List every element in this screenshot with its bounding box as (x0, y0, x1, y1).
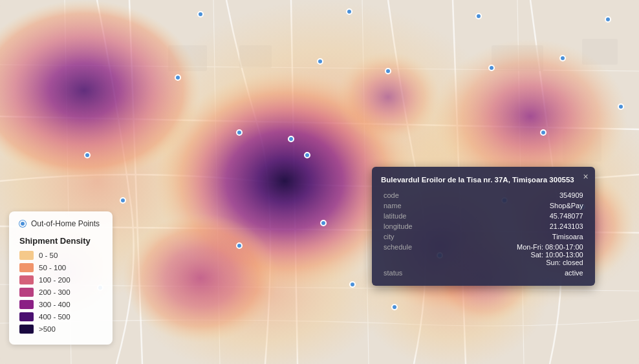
legend-title: Shipment Density (19, 236, 102, 246)
popup-field-value: Mon-Fri: 08:00-17:00Sat: 10:00-13:00Sun:… (452, 242, 586, 268)
popup-field-value: 21.243103 (452, 221, 586, 231)
popup-row: latitude 45.748077 (381, 211, 586, 221)
legend-color-swatch (19, 325, 34, 334)
popup-field-key: schedule (381, 242, 452, 268)
ooh-point[interactable] (236, 129, 243, 136)
legend-item-label: >500 (39, 325, 56, 333)
legend-panel: Out-of-Home Points Shipment Density 0 - … (9, 211, 113, 345)
popup-field-value: active (452, 268, 586, 278)
popup-field-value: Shop&Pay (452, 200, 586, 211)
popup-field-key: name (381, 200, 452, 211)
ooh-point[interactable] (349, 281, 356, 288)
legend-item-label: 0 - 50 (39, 252, 58, 259)
legend-item-label: 300 - 400 (39, 301, 70, 308)
ooh-point[interactable] (488, 65, 495, 71)
legend-item: 300 - 400 (19, 300, 102, 309)
legend-color-swatch (19, 275, 34, 284)
ooh-label: Out-of-Home Points (31, 219, 100, 228)
popup-field-key: status (381, 268, 452, 278)
popup-field-key: latitude (381, 211, 452, 221)
ooh-point[interactable] (618, 103, 624, 110)
popup-row: schedule Mon-Fri: 08:00-17:00Sat: 10:00-… (381, 242, 586, 268)
svg-rect-16 (582, 39, 618, 65)
ooh-point[interactable] (236, 242, 243, 249)
popup-table: code 354909 name Shop&Pay latitude 45.74… (381, 190, 586, 278)
map-container: Out-of-Home Points Shipment Density 0 - … (0, 0, 639, 364)
legend-color-swatch (19, 251, 34, 260)
ooh-point[interactable] (197, 11, 204, 17)
ooh-point[interactable] (175, 74, 181, 81)
ooh-point[interactable] (84, 152, 91, 158)
ooh-point[interactable] (540, 129, 547, 136)
svg-rect-13 (239, 45, 272, 68)
legend-item-label: 200 - 300 (39, 288, 70, 296)
popup-row: status active (381, 268, 586, 278)
legend-color-swatch (19, 300, 34, 309)
legend-color-swatch (19, 288, 34, 297)
popup-field-key: city (381, 231, 452, 242)
ooh-point[interactable] (317, 58, 323, 65)
legend-item: 50 - 100 (19, 263, 102, 272)
legend-item: >500 (19, 325, 102, 334)
ooh-point[interactable] (346, 8, 352, 15)
legend-item: 400 - 500 (19, 312, 102, 321)
popup-field-value: 45.748077 (452, 211, 586, 221)
popup-close-button[interactable]: × (583, 172, 589, 181)
ooh-point[interactable] (559, 55, 566, 61)
legend-item: 200 - 300 (19, 288, 102, 297)
ooh-point[interactable] (120, 197, 126, 204)
legend-item-label: 100 - 200 (39, 276, 70, 284)
popup-row: longitude 21.243103 (381, 221, 586, 231)
info-popup: Bulevardul Eroilor de la Tisa nr. 37A, T… (372, 167, 595, 286)
ooh-point[interactable] (391, 304, 398, 310)
ooh-point[interactable] (605, 16, 611, 23)
popup-field-value: 354909 (452, 190, 586, 200)
ooh-dot-icon (19, 220, 26, 227)
legend-items: 0 - 50 50 - 100 100 - 200 200 - 300 300 … (19, 251, 102, 334)
legend-item: 100 - 200 (19, 275, 102, 284)
legend-color-swatch (19, 263, 34, 272)
ooh-point[interactable] (475, 13, 482, 19)
ooh-point[interactable] (288, 136, 294, 142)
svg-rect-15 (563, 129, 601, 162)
popup-field-value: Timisoara (452, 231, 586, 242)
legend-item-label: 50 - 100 (39, 264, 66, 272)
ooh-point[interactable] (320, 220, 327, 226)
popup-field-key: code (381, 190, 452, 200)
popup-field-key: longitude (381, 221, 452, 231)
popup-row: city Timisoara (381, 231, 586, 242)
legend-color-swatch (19, 312, 34, 321)
legend-item: 0 - 50 (19, 251, 102, 260)
svg-rect-14 (492, 45, 543, 71)
legend-item-label: 400 - 500 (39, 313, 70, 321)
popup-row: code 354909 (381, 190, 586, 200)
ooh-point[interactable] (304, 152, 310, 158)
popup-address: Bulevardul Eroilor de la Tisa nr. 37A, T… (381, 175, 586, 185)
svg-rect-12 (168, 45, 207, 71)
popup-row: name Shop&Pay (381, 200, 586, 211)
ooh-point[interactable] (385, 68, 391, 74)
